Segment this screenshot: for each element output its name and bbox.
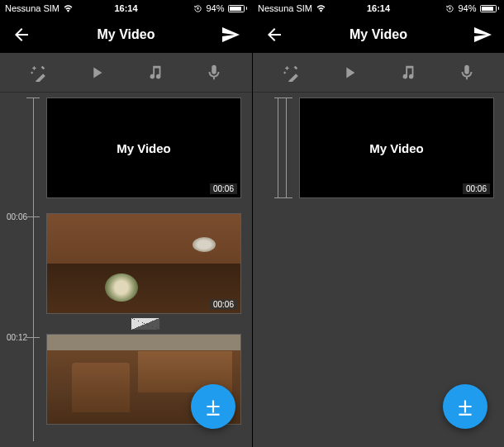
clock-label: 16:14 [114, 3, 137, 13]
battery-icon [480, 5, 500, 12]
carrier-label: Nessuna SIM [258, 3, 312, 13]
clip-item[interactable]: 00:06 [46, 213, 241, 314]
magic-wand-button[interactable] [279, 61, 302, 84]
svg-rect-2 [449, 7, 451, 9]
play-button[interactable] [85, 61, 108, 84]
clip-duration: 00:06 [210, 299, 237, 310]
svg-rect-3 [459, 414, 471, 416]
wifi-icon [63, 5, 74, 12]
clip-title-card[interactable]: My Video 00:06 [299, 97, 494, 198]
title-card-text: My Video [116, 141, 171, 155]
back-button[interactable] [12, 25, 31, 45]
send-button[interactable] [221, 25, 240, 45]
page-title: My Video [97, 27, 155, 42]
clip-duration: 00:06 [210, 183, 237, 194]
clip-duration: 00:06 [463, 183, 490, 194]
timestamp-label: 00:12 [7, 333, 27, 342]
timeline-gutter [261, 97, 292, 198]
header: My Video [253, 17, 504, 53]
rotation-lock-icon [193, 4, 202, 13]
back-button[interactable] [264, 25, 284, 45]
mic-button[interactable] [455, 61, 478, 84]
status-bar: Nessuna SIM 16:14 94% [0, 0, 252, 17]
rotation-lock-icon [445, 4, 454, 13]
svg-rect-1 [207, 414, 219, 416]
mic-button[interactable] [202, 61, 226, 84]
add-media-button[interactable] [443, 384, 487, 429]
toolbar [0, 53, 252, 93]
pane-right: Nessuna SIM 16:14 94% My Video [252, 0, 504, 447]
battery-pct-label: 94% [206, 3, 224, 13]
page-title: My Video [349, 27, 407, 42]
timeline-gutter: 00:06 00:12 [8, 97, 40, 425]
carrier-label: Nessuna SIM [5, 3, 59, 13]
clip-title-card[interactable]: My Video 00:06 [46, 97, 241, 198]
play-button[interactable] [338, 61, 361, 84]
toolbar [253, 53, 504, 93]
battery-pct-label: 94% [458, 3, 476, 13]
pane-left: Nessuna SIM 16:14 94% My Video [0, 0, 252, 447]
svg-rect-0 [197, 7, 199, 9]
status-bar: Nessuna SIM 16:14 94% [253, 0, 504, 17]
add-media-button[interactable] [191, 384, 235, 429]
transition-item[interactable] [46, 314, 244, 334]
send-button[interactable] [473, 25, 492, 45]
clock-label: 16:14 [367, 3, 390, 13]
timestamp-label: 00:06 [7, 212, 27, 221]
music-button[interactable] [397, 61, 420, 84]
battery-icon [228, 5, 248, 12]
magic-wand-button[interactable] [26, 61, 50, 84]
wifi-icon [316, 5, 326, 12]
music-button[interactable] [144, 61, 167, 84]
header: My Video [0, 17, 252, 53]
title-card-text: My Video [369, 141, 424, 155]
transition-icon [131, 318, 159, 330]
